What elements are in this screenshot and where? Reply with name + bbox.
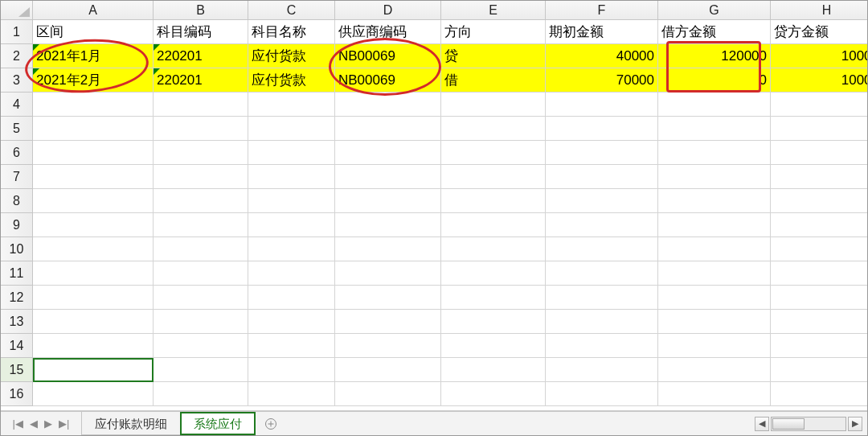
cell-A9[interactable] xyxy=(33,213,154,237)
row-header-2[interactable]: 2 xyxy=(1,44,32,68)
cell-C16[interactable] xyxy=(248,382,335,406)
cell-E15[interactable] xyxy=(441,358,546,382)
cell-B15[interactable] xyxy=(154,358,248,382)
cell-B6[interactable] xyxy=(154,141,248,165)
cell-E3[interactable]: 借 xyxy=(441,68,546,93)
cell-D4[interactable] xyxy=(335,93,441,117)
cell-H5[interactable] xyxy=(771,117,867,141)
cell-D15[interactable] xyxy=(335,358,441,382)
cell-F7[interactable] xyxy=(546,165,658,189)
cell-G5[interactable] xyxy=(658,117,771,141)
cell-C7[interactable] xyxy=(248,165,335,189)
cell-C8[interactable] xyxy=(248,189,335,213)
cell-G11[interactable] xyxy=(658,261,771,286)
cell-D14[interactable] xyxy=(335,334,441,358)
cell-A6[interactable] xyxy=(33,141,154,165)
cell-F10[interactable] xyxy=(546,237,658,261)
cell-E8[interactable] xyxy=(441,189,546,213)
row-header-5[interactable]: 5 xyxy=(1,117,32,141)
cell-H16[interactable] xyxy=(771,382,867,406)
cell-F14[interactable] xyxy=(546,334,658,358)
cell-B7[interactable] xyxy=(154,165,248,189)
row-header-15[interactable]: 15 xyxy=(1,358,32,382)
cell-H6[interactable] xyxy=(771,141,867,165)
cell-E2[interactable]: 贷 xyxy=(441,44,546,68)
cell-F8[interactable] xyxy=(546,189,658,213)
cell-H14[interactable] xyxy=(771,334,867,358)
scroll-track[interactable] xyxy=(771,417,846,431)
cell-A16[interactable] xyxy=(33,382,154,406)
column-header-E[interactable]: E xyxy=(441,1,546,20)
cell-A2[interactable]: 2021年1月 xyxy=(33,44,154,68)
row-header-7[interactable]: 7 xyxy=(1,165,32,189)
cell-B11[interactable] xyxy=(154,261,248,286)
cell-E6[interactable] xyxy=(441,141,546,165)
tab-nav-last-icon[interactable]: ▶| xyxy=(59,417,69,430)
cell-E13[interactable] xyxy=(441,310,546,334)
cell-A3[interactable]: 2021年2月 xyxy=(33,68,154,93)
cell-A1[interactable]: 区间 xyxy=(33,20,154,44)
cell-C9[interactable] xyxy=(248,213,335,237)
cell-H15[interactable] xyxy=(771,358,867,382)
cell-H13[interactable] xyxy=(771,310,867,334)
cell-D2[interactable]: NB00069 xyxy=(335,44,441,68)
column-header-G[interactable]: G xyxy=(658,1,771,20)
cell-A10[interactable] xyxy=(33,237,154,261)
cell-B2[interactable]: 220201 xyxy=(154,44,248,68)
column-header-C[interactable]: C xyxy=(248,1,335,20)
cell-A14[interactable] xyxy=(33,334,154,358)
sheet-tab[interactable]: 系统应付 xyxy=(180,412,256,435)
cell-G4[interactable] xyxy=(658,93,771,117)
cell-G10[interactable] xyxy=(658,237,771,261)
cell-C6[interactable] xyxy=(248,141,335,165)
cell-C4[interactable] xyxy=(248,93,335,117)
cell-B14[interactable] xyxy=(154,334,248,358)
cell-C11[interactable] xyxy=(248,261,335,286)
cell-B13[interactable] xyxy=(154,310,248,334)
select-all-corner[interactable] xyxy=(1,1,33,20)
cell-G6[interactable] xyxy=(658,141,771,165)
cell-G8[interactable] xyxy=(658,189,771,213)
cell-D13[interactable] xyxy=(335,310,441,334)
row-header-3[interactable]: 3 xyxy=(1,68,32,93)
cell-G9[interactable] xyxy=(658,213,771,237)
scroll-right-button[interactable]: ▶ xyxy=(848,417,862,431)
row-header-14[interactable]: 14 xyxy=(1,334,32,358)
cell-B1[interactable]: 科目编码 xyxy=(154,20,248,44)
column-header-H[interactable]: H xyxy=(771,1,867,20)
cell-A4[interactable] xyxy=(33,93,154,117)
cell-C14[interactable] xyxy=(248,334,335,358)
cell-C1[interactable]: 科目名称 xyxy=(248,20,335,44)
row-header-10[interactable]: 10 xyxy=(1,237,32,261)
column-header-A[interactable]: A xyxy=(33,1,154,20)
cell-E4[interactable] xyxy=(441,93,546,117)
cell-D16[interactable] xyxy=(335,382,441,406)
cell-D5[interactable] xyxy=(335,117,441,141)
tab-nav-prev-icon[interactable]: ◀ xyxy=(30,417,38,430)
row-header-9[interactable]: 9 xyxy=(1,213,32,237)
cell-D6[interactable] xyxy=(335,141,441,165)
cell-F5[interactable] xyxy=(546,117,658,141)
cell-F16[interactable] xyxy=(546,382,658,406)
cell-A15[interactable] xyxy=(33,358,154,382)
cell-G1[interactable]: 借方金额 xyxy=(658,20,771,44)
cell-C13[interactable] xyxy=(248,310,335,334)
cell-G16[interactable] xyxy=(658,382,771,406)
cell-H11[interactable] xyxy=(771,261,867,286)
scroll-left-button[interactable]: ◀ xyxy=(755,417,769,431)
cell-F2[interactable]: 40000 xyxy=(546,44,658,68)
cell-A7[interactable] xyxy=(33,165,154,189)
row-header-8[interactable]: 8 xyxy=(1,189,32,213)
cell-H1[interactable]: 贷方金额 xyxy=(771,20,867,44)
cell-D12[interactable] xyxy=(335,286,441,310)
cell-C10[interactable] xyxy=(248,237,335,261)
cell-D10[interactable] xyxy=(335,237,441,261)
column-header-F[interactable]: F xyxy=(546,1,658,20)
tab-nav-buttons[interactable]: |◀ ◀ ▶ ▶| xyxy=(1,412,81,435)
cell-H9[interactable] xyxy=(771,213,867,237)
cell-D8[interactable] xyxy=(335,189,441,213)
row-header-13[interactable]: 13 xyxy=(1,310,32,334)
cell-H3[interactable]: 10000 xyxy=(771,68,867,93)
cell-D3[interactable]: NB00069 xyxy=(335,68,441,93)
sheet-tab[interactable]: 应付账款明细 xyxy=(81,412,181,435)
